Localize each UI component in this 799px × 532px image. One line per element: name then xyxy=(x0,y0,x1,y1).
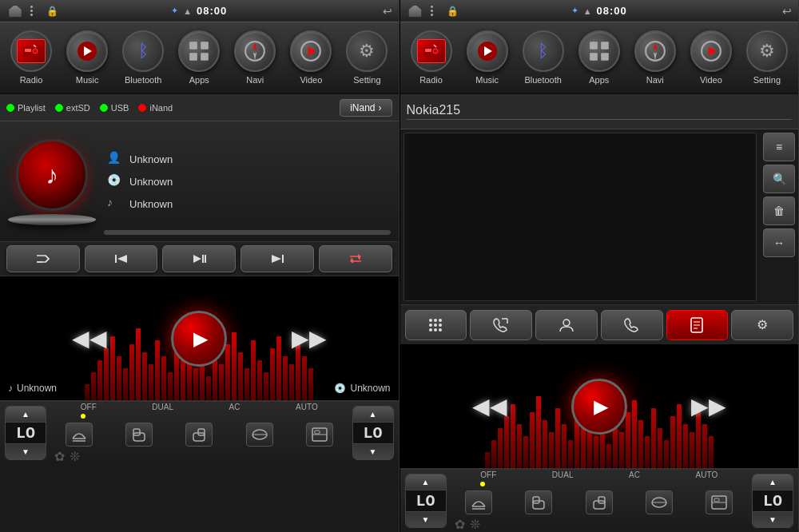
home-button[interactable] xyxy=(6,5,24,18)
left-temp-down[interactable]: ▼ xyxy=(6,443,46,459)
svg-point-44 xyxy=(439,319,442,322)
right-right-temp-control: ▲ LO ▼ xyxy=(752,474,793,528)
sidebar-item-setting[interactable]: ⚙ Setting xyxy=(346,30,388,85)
right-radio-label: Radio xyxy=(419,75,443,85)
right-menu-dots-button[interactable] xyxy=(431,6,433,16)
defrost-front-button[interactable] xyxy=(66,423,93,447)
viz-next-button[interactable]: ▶▶ xyxy=(292,325,327,351)
sidebar-item-apps[interactable]: Apps xyxy=(178,30,220,85)
extsd-option[interactable]: extSD xyxy=(55,103,90,113)
shuffle-button[interactable] xyxy=(6,245,80,272)
viz-prev-button[interactable]: ◀◀ xyxy=(72,325,107,351)
right-right-temp-down[interactable]: ▼ xyxy=(753,511,793,527)
artist-text: Unknown xyxy=(129,153,173,165)
keypad-button[interactable] xyxy=(405,310,467,340)
right-defrost-front-button[interactable] xyxy=(465,490,492,514)
navi-label: Navi xyxy=(246,75,264,85)
phone-settings-button[interactable]: ⚙ xyxy=(731,310,793,340)
right-temp-up[interactable]: ▲ xyxy=(353,407,393,423)
right-video-label: Video xyxy=(700,75,722,85)
right-sidebar-item-bluetooth[interactable]: ᛒ Bluetooth xyxy=(523,30,564,85)
seat-heat-left-button[interactable] xyxy=(125,423,153,447)
contacts-button[interactable] xyxy=(535,310,598,340)
sidebar-item-radio[interactable]: Radio xyxy=(10,30,52,85)
svg-rect-62 xyxy=(594,501,605,509)
right-seat-heat-right-button[interactable] xyxy=(586,490,613,514)
right-viz-next-button[interactable]: ▶▶ xyxy=(691,393,726,419)
handsfree-button[interactable] xyxy=(601,310,663,340)
back-button[interactable]: ↩ xyxy=(383,5,392,18)
air-mode-button[interactable] xyxy=(246,423,273,447)
svg-line-3 xyxy=(34,45,36,47)
progress-area[interactable] xyxy=(104,230,391,235)
lock-icon: 🔒 xyxy=(46,6,58,17)
repeat-button[interactable] xyxy=(319,245,392,272)
album-art xyxy=(8,137,96,225)
navi-icon xyxy=(234,30,276,72)
call-log-button[interactable] xyxy=(470,310,532,340)
wifi-status-icon: ▲ xyxy=(183,6,192,16)
right-sidebar-item-video[interactable]: Video xyxy=(690,30,732,85)
right-fan-speed-icons: ✿ ❊ xyxy=(450,517,749,532)
viz-play-button[interactable] xyxy=(171,311,227,367)
contacts-list-button[interactable]: ≡ xyxy=(763,133,795,161)
music-icon xyxy=(66,30,108,72)
right-temp-down[interactable]: ▼ xyxy=(353,443,393,459)
right-left-temp-down[interactable]: ▼ xyxy=(406,511,446,527)
right-viz-prev-button[interactable]: ◀◀ xyxy=(472,393,507,419)
right-status-bar: 🔒 ✦ ▲ 08:00 ↩ xyxy=(400,0,799,22)
right-sidebar-item-apps[interactable]: Apps xyxy=(578,30,620,85)
inand-option[interactable]: iNand xyxy=(138,103,173,113)
right-viz-play-button[interactable] xyxy=(571,379,627,435)
svg-rect-1 xyxy=(25,49,31,52)
progress-bar[interactable] xyxy=(104,230,391,235)
right-sidebar-item-radio[interactable]: Radio xyxy=(411,30,452,85)
right-video-icon xyxy=(690,30,732,72)
album-icon: 💿 xyxy=(107,173,123,189)
seat-heat-right-button[interactable] xyxy=(185,423,213,447)
left-temp-up[interactable]: ▲ xyxy=(6,407,46,423)
svg-rect-32 xyxy=(425,49,431,52)
inand-dot xyxy=(138,104,146,112)
usb-option[interactable]: USB xyxy=(100,103,129,113)
next-button[interactable] xyxy=(240,245,314,272)
transfer-button[interactable]: ↔ xyxy=(763,228,795,257)
svg-rect-16 xyxy=(282,255,284,263)
right-right-temp-up[interactable]: ▲ xyxy=(753,474,793,490)
svg-rect-36 xyxy=(590,42,598,50)
bluetooth-status-icon: ✦ xyxy=(171,6,178,16)
sidebar-item-bluetooth[interactable]: ᛒ Bluetooth xyxy=(122,30,164,85)
right-home-button[interactable] xyxy=(407,5,424,18)
sidebar-item-navi[interactable]: Navi xyxy=(234,30,276,85)
recirculate-button[interactable] xyxy=(306,423,333,447)
svg-rect-15 xyxy=(205,255,206,263)
delete-button[interactable]: 🗑 xyxy=(763,197,795,225)
right-sidebar-item-music[interactable]: Music xyxy=(467,30,508,85)
dual-label: DUAL xyxy=(152,403,173,420)
phonebook-active-button[interactable] xyxy=(666,310,729,340)
device-name: Nokia215 xyxy=(407,103,793,120)
prev-button[interactable] xyxy=(85,245,158,272)
svg-point-42 xyxy=(429,319,432,322)
playlist-option[interactable]: Playlist xyxy=(6,103,46,113)
right-recirculate-button[interactable] xyxy=(706,490,733,514)
inand-source-button[interactable]: iNand › xyxy=(340,99,392,117)
svg-rect-37 xyxy=(601,42,609,50)
right-sidebar-item-navi[interactable]: Navi xyxy=(634,30,676,85)
search-button[interactable]: 🔍 xyxy=(763,165,795,193)
svg-point-47 xyxy=(439,324,442,327)
playlist-dot xyxy=(6,104,14,112)
right-navi-label: Navi xyxy=(646,75,664,85)
play-pause-button[interactable] xyxy=(162,245,236,272)
sidebar-item-video[interactable]: Video xyxy=(290,30,332,85)
right-left-temp-up[interactable]: ▲ xyxy=(406,474,446,490)
album-text: Unknown xyxy=(129,176,173,188)
right-back-button[interactable]: ↩ xyxy=(782,5,792,18)
svg-point-53 xyxy=(563,320,570,326)
menu-dots-button[interactable] xyxy=(30,6,33,16)
right-air-mode-button[interactable] xyxy=(646,490,673,514)
right-seat-heat-left-button[interactable] xyxy=(525,490,552,514)
right-sidebar-item-setting[interactable]: ⚙ Setting xyxy=(746,30,788,85)
sidebar-item-music[interactable]: Music xyxy=(66,30,108,85)
note-icon: ♪ xyxy=(107,196,123,212)
